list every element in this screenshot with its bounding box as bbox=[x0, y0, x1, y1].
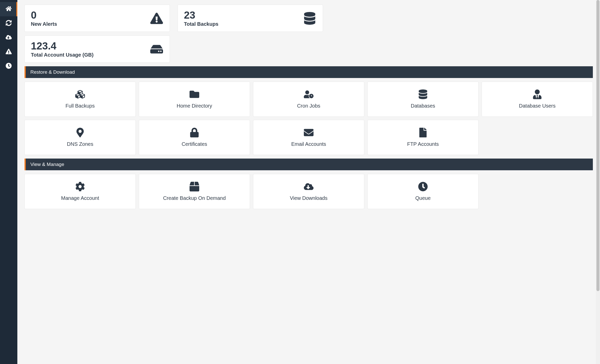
sync-icon bbox=[6, 20, 12, 27]
folder-icon bbox=[189, 89, 199, 99]
tile-manage-account[interactable]: Manage Account bbox=[24, 174, 136, 209]
tile-label: Manage Account bbox=[61, 195, 99, 201]
cubes-icon bbox=[75, 89, 85, 99]
tile-view-downloads[interactable]: View Downloads bbox=[253, 174, 364, 209]
tile-certificates[interactable]: Certificates bbox=[139, 120, 250, 155]
tile-label: DNS Zones bbox=[67, 141, 93, 147]
database-icon bbox=[418, 89, 428, 99]
cog-icon bbox=[75, 181, 85, 192]
map-marker-icon bbox=[75, 127, 85, 138]
cloud-download-icon bbox=[304, 181, 314, 192]
cloud-download-icon bbox=[6, 34, 12, 41]
tile-email-accounts[interactable]: Email Accounts bbox=[253, 120, 364, 155]
lock-icon bbox=[189, 127, 199, 138]
tile-home-directory[interactable]: Home Directory bbox=[139, 82, 250, 117]
tile-label: Certificates bbox=[182, 141, 207, 147]
tile-databases[interactable]: Databases bbox=[367, 82, 479, 117]
box-icon bbox=[189, 181, 199, 192]
tile-cron-jobs[interactable]: Cron Jobs bbox=[253, 82, 364, 117]
stat-label-alerts: New Alerts bbox=[31, 21, 57, 27]
tile-label: Database Users bbox=[519, 102, 555, 109]
clock-icon bbox=[6, 63, 12, 70]
sidebar-item-alerts[interactable] bbox=[0, 45, 17, 59]
stat-card-alerts[interactable]: 0 New Alerts bbox=[24, 5, 170, 32]
database-icon bbox=[303, 11, 317, 25]
clock-icon bbox=[418, 181, 428, 192]
tile-label: Full Backups bbox=[66, 102, 95, 109]
tile-full-backups[interactable]: Full Backups bbox=[24, 82, 136, 117]
envelope-icon bbox=[304, 127, 314, 138]
tile-label: Queue bbox=[415, 195, 431, 201]
stat-card-backups[interactable]: 23 Total Backups bbox=[178, 5, 323, 32]
sidebar-item-queue[interactable] bbox=[0, 59, 17, 73]
sidebar bbox=[0, 0, 17, 364]
stats-row-2: 123.4 Total Account Usage (GB) bbox=[24, 35, 593, 63]
section-header-manage: View & Manage bbox=[24, 159, 593, 170]
home-icon bbox=[6, 6, 12, 13]
tile-label: Home Directory bbox=[177, 102, 212, 109]
stat-value-alerts: 0 bbox=[31, 9, 57, 21]
scrollbar-thumb[interactable] bbox=[596, 0, 599, 291]
stat-card-usage[interactable]: 123.4 Total Account Usage (GB) bbox=[24, 35, 170, 63]
manage-tile-grid: Manage Account Create Backup On Demand V… bbox=[24, 174, 593, 209]
sidebar-item-home[interactable] bbox=[0, 2, 17, 16]
tile-label: Cron Jobs bbox=[297, 102, 320, 109]
tile-label: Databases bbox=[411, 102, 435, 109]
stat-value-usage: 123.4 bbox=[31, 40, 94, 51]
tile-database-users[interactable]: Database Users bbox=[482, 82, 593, 117]
tile-label: Email Accounts bbox=[291, 141, 326, 147]
scrollbar[interactable] bbox=[596, 0, 600, 364]
file-icon bbox=[418, 127, 428, 138]
stat-label-usage: Total Account Usage (GB) bbox=[31, 52, 94, 58]
stats-row: 0 New Alerts 23 Total Backups bbox=[24, 5, 593, 32]
warning-icon bbox=[6, 48, 12, 56]
tile-queue[interactable]: Queue bbox=[367, 174, 479, 209]
section-header-restore: Restore & Download bbox=[24, 66, 593, 78]
stat-label-backups: Total Backups bbox=[184, 21, 218, 27]
tile-label: View Downloads bbox=[290, 195, 328, 201]
tile-create-backup[interactable]: Create Backup On Demand bbox=[139, 174, 250, 209]
tile-dns-zones[interactable]: DNS Zones bbox=[24, 120, 136, 155]
user-clock-icon bbox=[304, 89, 314, 99]
restore-tile-grid: Full Backups Home Directory Cron Jobs Da… bbox=[24, 82, 593, 155]
main-content: 0 New Alerts 23 Total Backups bbox=[17, 0, 600, 364]
tile-ftp-accounts[interactable]: FTP Accounts bbox=[367, 120, 479, 155]
user-tie-icon bbox=[532, 89, 542, 99]
sidebar-item-download[interactable] bbox=[0, 31, 17, 45]
tile-label: FTP Accounts bbox=[407, 141, 439, 147]
sidebar-item-sync[interactable] bbox=[0, 16, 17, 31]
warning-icon bbox=[150, 11, 164, 25]
tile-label: Create Backup On Demand bbox=[163, 195, 226, 201]
hdd-icon bbox=[150, 42, 164, 56]
stat-value-backups: 23 bbox=[184, 9, 218, 21]
